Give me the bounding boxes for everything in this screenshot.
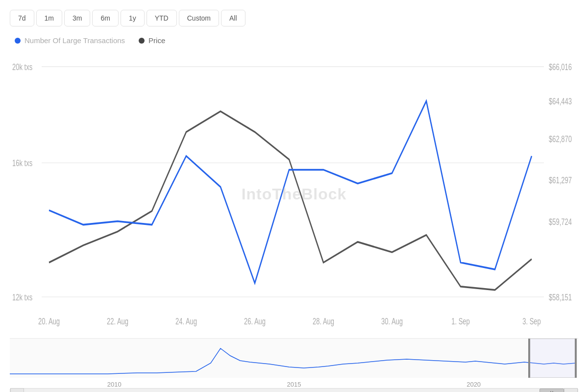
time-filter-bar: 7d1m3m6m1yYTDCustomAll — [10, 10, 578, 26]
legend-item-transactions: Number Of Large Transactions — [15, 36, 125, 45]
scroll-handle[interactable] — [539, 389, 564, 392]
x-axis-label-8: 3. Sep — [522, 317, 541, 326]
time-filter-btn-all[interactable]: All — [221, 10, 245, 26]
time-filter-btn-6m[interactable]: 6m — [92, 10, 118, 26]
time-filter-btn-7d[interactable]: 7d — [10, 10, 34, 26]
scroll-track[interactable] — [24, 389, 564, 392]
x-axis-label-1: 20. Aug — [38, 317, 60, 326]
x-axis-label-6: 30. Aug — [381, 317, 403, 326]
x-axis-label-2: 22. Aug — [107, 317, 128, 326]
scroll-bar: ◀ ▶ — [10, 388, 578, 392]
nav-label-2020: 2020 — [466, 381, 481, 388]
nav-label-2010: 2010 — [107, 381, 122, 388]
chart-wrapper: IntoTheBlock 20k txs 16k txs 12k txs $66… — [10, 49, 578, 392]
navigator-section: 2010 2015 2020 ◀ ▶ — [10, 338, 578, 392]
y-axis-right-label-6: $58,151 — [549, 293, 572, 302]
y-axis-right-label-2: $64,443 — [549, 97, 572, 106]
navigator-selection[interactable] — [529, 339, 576, 378]
nav-label-2015: 2015 — [287, 381, 301, 388]
chart-legend: Number Of Large Transactions Price — [10, 36, 578, 45]
time-filter-btn-ytd[interactable]: YTD — [147, 10, 177, 26]
navigator-svg — [10, 339, 578, 378]
page-container: 7d1m3m6m1yYTDCustomAll Number Of Large T… — [0, 0, 588, 392]
legend-label-price: Price — [148, 36, 165, 45]
price-line — [49, 111, 532, 290]
y-axis-right-label-1: $66,016 — [549, 62, 572, 72]
legend-label-transactions: Number Of Large Transactions — [24, 36, 125, 45]
y-axis-right-label-5: $59,724 — [549, 217, 572, 226]
transactions-line — [49, 101, 532, 283]
x-axis-label-3: 24. Aug — [175, 317, 197, 326]
time-filter-btn-1y[interactable]: 1y — [121, 10, 145, 26]
legend-dot-dark — [139, 38, 145, 44]
x-axis-label-7: 1. Sep — [451, 317, 470, 326]
navigator-labels: 2010 2015 2020 — [10, 381, 578, 388]
time-filter-btn-3m[interactable]: 3m — [64, 10, 90, 26]
time-filter-btn-custom[interactable]: Custom — [179, 10, 219, 26]
main-chart-container: IntoTheBlock 20k txs 16k txs 12k txs $66… — [10, 49, 578, 338]
y-axis-left-label-2: 16k txs — [12, 158, 32, 168]
x-axis-label-5: 28. Aug — [313, 317, 334, 326]
legend-item-price: Price — [139, 36, 165, 45]
y-axis-left-label-1: 20k txs — [12, 62, 32, 72]
x-axis-label-4: 26. Aug — [244, 317, 266, 326]
y-axis-left-label-3: 12k txs — [12, 293, 32, 302]
navigator-right-handle[interactable] — [575, 339, 577, 378]
navigator-left-handle[interactable] — [528, 339, 530, 378]
scroll-left-button[interactable]: ◀ — [10, 388, 24, 392]
time-filter-btn-1m[interactable]: 1m — [36, 10, 62, 26]
y-axis-right-label-3: $62,870 — [549, 134, 572, 144]
scroll-right-button[interactable]: ▶ — [564, 388, 578, 392]
navigator-bg — [10, 339, 578, 378]
main-chart-svg: 20k txs 16k txs 12k txs $66,016 $64,443 … — [10, 49, 578, 338]
legend-dot-blue — [15, 38, 21, 44]
y-axis-right-label-4: $61,297 — [549, 175, 572, 185]
